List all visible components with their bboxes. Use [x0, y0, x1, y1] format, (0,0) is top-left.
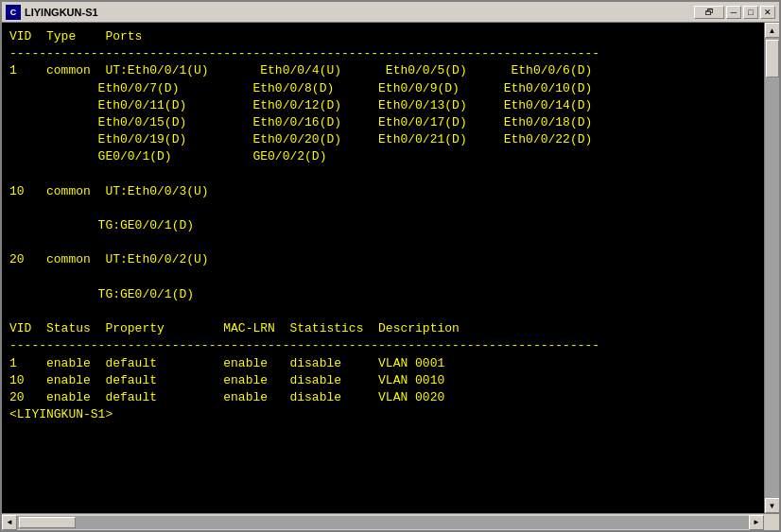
minimize-button[interactable]: ─: [726, 6, 741, 19]
content-area: VID Type Ports -------------------------…: [2, 23, 779, 513]
vertical-scrollbar[interactable]: ▲ ▼: [764, 23, 779, 513]
bottom-bar: ◄ ►: [2, 513, 779, 530]
maximize-button[interactable]: □: [743, 6, 758, 19]
scroll-track-horizontal[interactable]: [17, 516, 749, 529]
title-bar: C LIYINGKUN-S1 🗗 ─ □ ✕: [2, 2, 779, 23]
main-window: C LIYINGKUN-S1 🗗 ─ □ ✕ VID Type Ports --…: [0, 0, 781, 532]
window-icon: C: [6, 5, 21, 20]
title-bar-buttons: 🗗 ─ □ ✕: [694, 6, 775, 19]
terminal-output[interactable]: VID Type Ports -------------------------…: [2, 23, 764, 513]
scroll-thumb-vertical[interactable]: [766, 40, 779, 77]
scroll-up-button[interactable]: ▲: [765, 23, 780, 38]
corner-box: [764, 515, 779, 530]
scroll-track-vertical[interactable]: [765, 38, 779, 498]
window-title: LIYINGKUN-S1: [25, 7, 98, 18]
close-button[interactable]: ✕: [760, 6, 775, 19]
scroll-down-button[interactable]: ▼: [765, 498, 780, 513]
restore-button[interactable]: 🗗: [694, 6, 724, 19]
scroll-right-button[interactable]: ►: [749, 515, 764, 530]
scroll-thumb-horizontal[interactable]: [19, 517, 76, 528]
title-bar-left: C LIYINGKUN-S1: [6, 5, 98, 20]
scroll-left-button[interactable]: ◄: [2, 515, 17, 530]
